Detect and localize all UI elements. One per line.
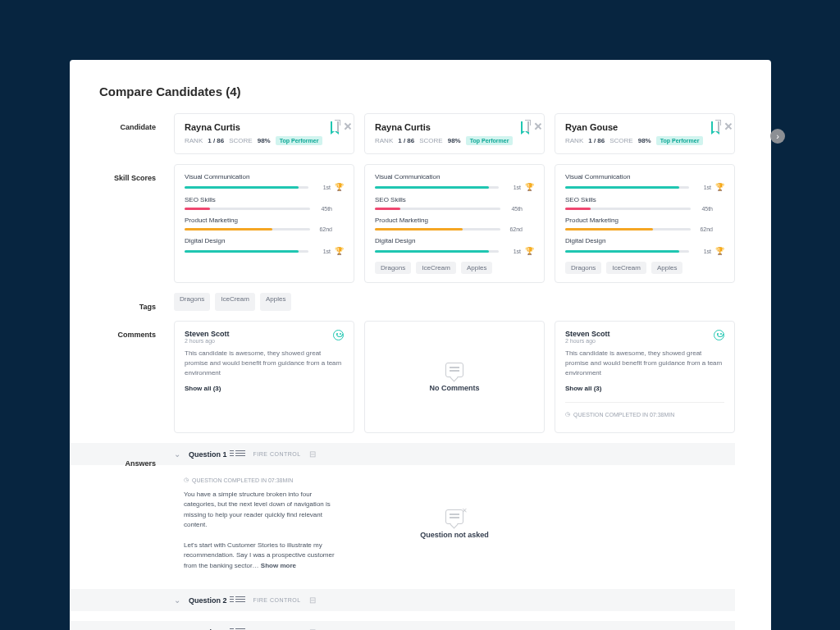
open-external-icon[interactable] [718, 122, 719, 131]
skill-rank: 1st [313, 185, 331, 190]
completed-text: QUESTION COMPLETED IN 07:38MIN [573, 412, 674, 418]
align-icon[interactable]: ⊟ [309, 596, 316, 605]
tag-chip[interactable]: Dragons [174, 293, 210, 311]
tag-chip[interactable]: Apples [651, 262, 682, 274]
skill-name: Digital Design [375, 237, 534, 244]
compare-candidates-page: Compare Candidates (4) Candidate Rayna C… [70, 60, 771, 630]
row-label-tags: Tags [70, 293, 164, 311]
list-icon [235, 450, 245, 458]
candidate-name: Ryan Gouse [565, 122, 618, 132]
show-more-link[interactable]: Show more [261, 562, 296, 569]
skill-name: SEO Skills [185, 196, 344, 203]
tag-chip[interactable]: Apples [461, 262, 492, 274]
candidate-name: Rayna Curtis [375, 122, 431, 132]
skill-bar [565, 186, 689, 189]
bookmark-icon[interactable] [331, 122, 332, 131]
skill-rank: 1st [693, 185, 711, 190]
tag-chip[interactable]: Dragons [565, 262, 601, 274]
skill-rank: 62nd [314, 226, 332, 232]
skill-name: Visual Communication [565, 173, 724, 180]
skill-bar [565, 208, 691, 210]
show-all-comments-link[interactable]: Show all (3) [185, 385, 344, 392]
candidate-card-1-header: Rayna Curtis RANK 1 / 86 SCORE 98% Top P… [364, 113, 545, 154]
comment-time: 2 hours ago [185, 338, 230, 344]
question-category: FIRE CONTROL [253, 451, 301, 457]
skill-rank: 1st [503, 249, 521, 254]
top-performer-badge: Top Performer [276, 136, 323, 145]
skill-bar [565, 250, 689, 253]
candidate-card-0-header: Rayna Curtis RANK 1 / 86 SCORE 98% Top P… [174, 113, 354, 154]
compare-grid: Candidate Rayna Curtis RANK 1 / 86 SCORE… [70, 113, 771, 630]
row-label-skills: Skill Scores [70, 164, 164, 283]
clock-icon: ◷ [565, 411, 570, 418]
skill-name: Product Marketing [565, 217, 724, 224]
open-external-icon[interactable] [527, 122, 529, 131]
bookmark-icon[interactable] [521, 122, 523, 131]
question-row-3[interactable]: ⌄ Question 3 FIRE CONTROL ⊟ [70, 621, 735, 630]
row-label-candidate: Candidate [70, 113, 164, 154]
rank-value: 1 / 86 [208, 137, 224, 144]
skill-name: SEO Skills [375, 196, 534, 203]
align-icon[interactable]: ⊟ [309, 450, 316, 459]
chevron-down-icon[interactable]: ⌄ [174, 450, 180, 459]
chat-bubble-icon [445, 363, 463, 377]
candidate-1-no-comments: No Comments [364, 321, 545, 433]
smiley-icon [333, 330, 344, 340]
question-label[interactable]: Question 1 [189, 450, 227, 459]
trophy-icon: 🏆 [525, 247, 534, 255]
skill-bar [375, 250, 499, 253]
tag-chip[interactable]: IceCream [416, 262, 456, 274]
skill-bar [185, 228, 310, 231]
open-external-icon[interactable] [337, 122, 339, 131]
skill-rank: 45th [504, 206, 523, 212]
comment-body: This candidate is awesome, they showed g… [185, 349, 344, 378]
candidate-2-skills: Visual Communication 1st 🏆 SEO Skills 45… [555, 164, 735, 283]
tag-chip[interactable]: IceCream [215, 293, 255, 311]
tag-chip[interactable]: Apples [260, 293, 291, 311]
skill-name: Product Marketing [185, 217, 344, 224]
comment-time: 2 hours ago [565, 338, 610, 344]
candidate-1-skills: Visual Communication 1st 🏆 SEO Skills 45… [364, 164, 545, 283]
not-asked-text: Question not asked [420, 531, 489, 539]
question-row-2[interactable]: ⌄ Question 2 FIRE CONTROL ⊟ [70, 589, 735, 611]
trophy-icon: 🏆 [335, 247, 344, 255]
trophy-icon: 🏆 [715, 247, 724, 255]
tag-chip[interactable]: IceCream [606, 262, 646, 274]
skill-bar [185, 208, 310, 210]
skill-bar [185, 250, 308, 253]
candidate-2-comment: Steven Scott 2 hours ago This candidate … [555, 321, 735, 433]
trophy-icon: 🏆 [715, 183, 724, 191]
row-label-answers: Answers [70, 450, 164, 468]
candidate-0-answer: ◷ QUESTION COMPLETED IN 07:38MIN You hav… [174, 468, 354, 579]
completed-text: QUESTION COMPLETED IN 07:38MIN [192, 477, 293, 483]
clock-icon: ◷ [184, 477, 189, 483]
top-performer-badge: Top Performer [466, 136, 514, 145]
skill-rank: 1st [313, 249, 331, 254]
show-all-comments-link[interactable]: Show all (3) [565, 385, 724, 392]
skill-name: Digital Design [185, 237, 344, 244]
skill-bar [375, 186, 499, 189]
scroll-right-button[interactable]: › [770, 129, 785, 144]
skill-rank: 45th [314, 206, 332, 212]
skill-name: Digital Design [565, 237, 724, 244]
skill-rank: 62nd [504, 226, 523, 232]
skill-bar [185, 186, 308, 189]
skill-bar [375, 228, 500, 231]
answer-para-2: Let's start with Customer Stories to ill… [184, 541, 335, 569]
skill-bar [565, 228, 691, 231]
bookmark-icon[interactable] [711, 122, 713, 131]
tag-chip[interactable]: Dragons [375, 262, 411, 274]
top-performer-badge: Top Performer [656, 136, 704, 145]
candidate-1-not-asked: ✕ Question not asked [364, 468, 545, 579]
skill-name: Visual Communication [185, 173, 344, 180]
chevron-down-icon[interactable]: ⌄ [174, 596, 180, 605]
skill-bar [375, 208, 500, 210]
row-label-comments: Comments [70, 321, 164, 433]
candidate-card-2-header: Ryan Gouse RANK 1 / 86 SCORE 98% Top Per… [555, 113, 735, 154]
score-value: 98% [258, 137, 271, 144]
list-icon [235, 596, 245, 604]
candidate-0-skills: Visual Communication 1st 🏆 SEO Skills 45… [174, 164, 354, 283]
candidate-0-tags: DragonsIceCreamApples [174, 293, 354, 311]
rank-label: RANK [185, 137, 203, 144]
skill-name: Product Marketing [375, 217, 534, 224]
